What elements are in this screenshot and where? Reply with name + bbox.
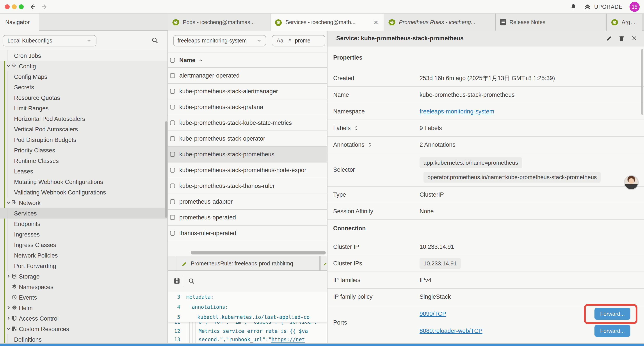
chevron-right-icon[interactable]: [6, 305, 12, 311]
sidebar-item-priority-classes[interactable]: Priority Classes: [0, 145, 168, 155]
sidebar-item-pod-disruption-budgets[interactable]: Pod Disruption Budgets: [0, 134, 168, 145]
upgrade-button[interactable]: UPGRADE: [584, 3, 622, 10]
table-row[interactable]: prometheus-adapter: [168, 194, 327, 210]
select-all-checkbox[interactable]: [170, 58, 175, 63]
sidebar-item-namespaces[interactable]: Namespaces: [0, 282, 168, 292]
sidebar-search-button[interactable]: [151, 37, 159, 44]
tab-close-icon[interactable]: ✕: [373, 19, 379, 26]
sidebar-scrollbar[interactable]: [165, 121, 168, 218]
port-link[interactable]: 8080:reloader-web/TCP: [420, 328, 594, 334]
close-icon[interactable]: [631, 35, 638, 42]
sort-updown-icon[interactable]: [354, 126, 358, 130]
chevron-right-icon[interactable]: [6, 315, 12, 321]
sidebar-item-custom-resources[interactable]: Custom Resources: [0, 324, 168, 334]
editor-tab-partial[interactable]: [320, 256, 327, 271]
back-icon[interactable]: [29, 3, 36, 10]
tab-label: Pods - icecheng@mathmas...: [183, 19, 266, 25]
yaml-editor[interactable]: 3metadata:4annotations:5kubectl.kubernet…: [168, 292, 327, 344]
tab-argo-se[interactable]: Argo Se: [607, 13, 642, 31]
sidebar-item-config-maps[interactable]: Config Maps: [0, 71, 168, 82]
table-row[interactable]: thanos-ruler-operated: [168, 226, 327, 241]
sidebar-item-services[interactable]: Services: [0, 208, 168, 219]
editor-search-button[interactable]: [188, 278, 195, 285]
sidebar-item-network[interactable]: ⇅Network: [0, 198, 168, 208]
row-checkbox[interactable]: [170, 184, 175, 188]
sidebar-item-secrets[interactable]: Secrets: [0, 82, 168, 92]
save-button[interactable]: [173, 277, 180, 285]
sidebar-item-port-forwarding[interactable]: Port Forwarding: [0, 261, 168, 271]
sidebar-item-limit-ranges[interactable]: Limit Ranges: [0, 103, 168, 113]
regex-toggle[interactable]: .*: [287, 38, 291, 44]
bell-icon[interactable]: [570, 3, 577, 10]
sidebar-item-runtime-classes[interactable]: Runtime Classes: [0, 155, 168, 166]
sidebar-item-definitions[interactable]: Definitions: [0, 334, 168, 344]
sidebar-item-vertical-pod-autoscalers[interactable]: Vertical Pod Autoscalers: [0, 124, 168, 134]
row-checkbox[interactable]: [170, 73, 175, 78]
tab-services-icecheng-math-[interactable]: Services - icecheng@math...✕: [270, 13, 384, 31]
table-row[interactable]: kube-prometheus-stack-thanos-ruler: [168, 178, 327, 194]
avatar[interactable]: [624, 175, 639, 190]
chevron-down-icon[interactable]: [6, 63, 12, 69]
table-row[interactable]: kube-prometheus-stack-kube-state-metrics: [168, 115, 327, 131]
sidebar-item-mutating-webhook-configurations[interactable]: Mutating Webhook Configurations: [0, 177, 168, 187]
maximize-window-button[interactable]: [19, 4, 24, 9]
sidebar-item-leases[interactable]: Leases: [0, 166, 168, 177]
sidebar-item-helm[interactable]: Helm: [0, 303, 168, 313]
sidebar-item-endpoints[interactable]: Endpoints: [0, 219, 168, 229]
sidebar-item-network-policies[interactable]: Network Policies: [0, 250, 168, 261]
table-horizontal-scrollbar[interactable]: [191, 251, 326, 255]
sidebar-item-storage[interactable]: Storage: [0, 271, 168, 282]
row-checkbox[interactable]: [170, 105, 175, 109]
table-search-input[interactable]: Aa .* prome: [272, 35, 325, 46]
row-checkbox[interactable]: [170, 168, 175, 173]
sidebar-item-cron-jobs[interactable]: Cron Jobs: [0, 50, 168, 61]
row-checkbox[interactable]: [170, 215, 175, 220]
match-case-toggle[interactable]: Aa: [277, 38, 284, 44]
row-checkbox[interactable]: [170, 136, 175, 141]
sidebar-item-validating-webhook-configurations[interactable]: Validating Webhook Configurations: [0, 187, 168, 198]
table-row[interactable]: kube-prometheus-stack-prometheus: [168, 147, 327, 162]
tab-prometheus-rules-icechen[interactable]: Prometheus Rules - icecheng...: [384, 13, 496, 31]
table-row[interactable]: kube-prometheus-stack-alertmanager: [168, 84, 327, 99]
row-checkbox[interactable]: [170, 152, 175, 157]
row-checkbox[interactable]: [170, 199, 175, 204]
delete-trash-icon[interactable]: [618, 35, 625, 42]
forward-icon[interactable]: [41, 3, 48, 10]
table-row[interactable]: kube-prometheus-stack-prometheus-node-ex…: [168, 162, 327, 178]
panel-scrollbar[interactable]: [641, 49, 643, 115]
edit-pencil-icon[interactable]: [606, 35, 612, 42]
chevron-right-icon[interactable]: [6, 273, 12, 279]
editor-tab-prometheusrule[interactable]: PrometheusRule: freeleaps-prod-rabbitmq: [177, 256, 320, 271]
port-link[interactable]: 9090/TCP: [420, 311, 594, 317]
minimize-window-button[interactable]: [12, 4, 17, 9]
notification-count-badge[interactable]: 15: [630, 2, 640, 12]
sidebar-item-ingress-classes[interactable]: Ingress Classes: [0, 240, 168, 250]
kubeconfig-select[interactable]: Local Kubeconfigs: [3, 35, 96, 46]
tab-pods-icecheng-mathmas-[interactable]: Pods - icecheng@mathmas...: [168, 13, 270, 31]
gear-icon: ⚙: [12, 63, 16, 68]
sort-updown-icon[interactable]: [368, 142, 372, 147]
chevron-down-icon[interactable]: [6, 326, 12, 332]
tab-navigator[interactable]: Navigator: [0, 13, 39, 31]
namespace-select[interactable]: freeleaps-monitoring-system: [173, 35, 266, 46]
forward-button[interactable]: Forward...: [594, 325, 630, 337]
chevron-down-icon[interactable]: [6, 200, 12, 205]
sidebar-item-events[interactable]: Events: [0, 292, 168, 303]
close-window-button[interactable]: [5, 4, 10, 9]
row-checkbox[interactable]: [170, 231, 175, 236]
sidebar-item-ingresses[interactable]: Ingresses: [0, 229, 168, 240]
namespace-link[interactable]: freeleaps-monitoring-system: [420, 108, 494, 115]
sidebar-item-config[interactable]: ⚙Config: [0, 61, 168, 71]
table-row[interactable]: kube-prometheus-stack-operator: [168, 131, 327, 147]
code-link[interactable]: https://net: [271, 336, 305, 343]
sidebar-item-resource-quotas[interactable]: Resource Quotas: [0, 92, 168, 103]
row-checkbox[interactable]: [170, 120, 175, 125]
column-header-name[interactable]: Name: [179, 57, 203, 63]
sidebar-item-access-control[interactable]: Access Control: [0, 313, 168, 324]
tab-release-notes[interactable]: Release Notes: [496, 13, 607, 31]
sidebar-item-horizontal-pod-autoscalers[interactable]: Horizontal Pod Autoscalers: [0, 113, 168, 124]
row-checkbox[interactable]: [170, 89, 175, 94]
table-row[interactable]: prometheus-operated: [168, 210, 327, 226]
table-row[interactable]: kube-prometheus-stack-grafana: [168, 99, 327, 115]
table-row[interactable]: alertmanager-operated: [168, 68, 327, 84]
